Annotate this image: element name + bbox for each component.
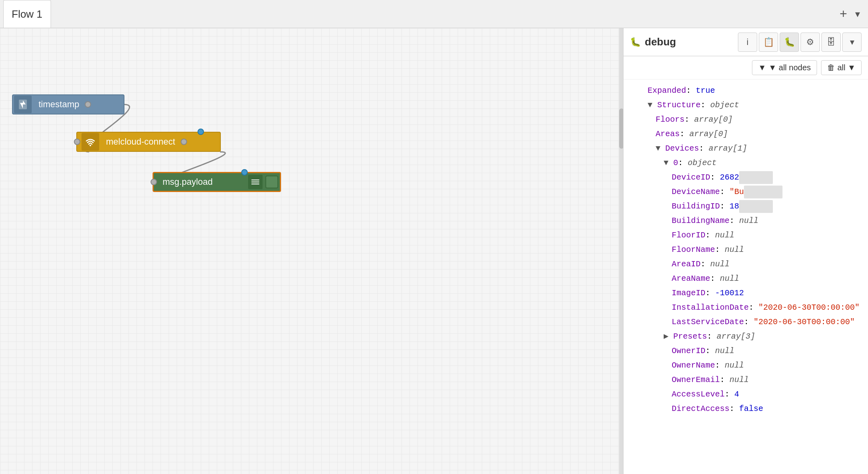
info-icon-btn[interactable]: i bbox=[738, 33, 757, 52]
filter-icon: ▼ bbox=[758, 63, 766, 72]
filter-nodes-label: ▼ all nodes bbox=[768, 63, 811, 72]
payload-label: msg.payload bbox=[157, 177, 218, 187]
debug-line: FloorName: null bbox=[623, 243, 868, 257]
debug-line: AreaID: null bbox=[623, 257, 868, 272]
canvas-scrollbar[interactable] bbox=[619, 28, 623, 474]
bug-icon-btn[interactable]: 🐛 bbox=[780, 33, 799, 52]
panel-icons: i 📋 🐛 ⚙ 🗄 ▾ bbox=[738, 33, 862, 52]
debug-line: LastServiceDate: "2020-06-30T00:00:00" bbox=[623, 315, 868, 329]
right-panel: 🐛 debug i 📋 🐛 ⚙ 🗄 ▾ ▼ ▼ all nodes 🗑 all … bbox=[623, 28, 868, 474]
canvas-scrollbar-thumb[interactable] bbox=[619, 108, 623, 149]
debug-line: BuildingName: null bbox=[623, 214, 868, 228]
tab-flow1[interactable]: Flow 1 bbox=[3, 0, 51, 28]
debug-line: DirectAccess: false bbox=[623, 402, 868, 416]
clipboard-icon-btn[interactable]: 📋 bbox=[759, 33, 778, 52]
debug-line: InstallationDate: "2020-06-30T00:00:00" bbox=[623, 300, 868, 315]
debug-bug-icon: 🐛 bbox=[630, 37, 641, 47]
debug-line: AccessLevel: 4 bbox=[623, 387, 868, 402]
debug-line: AreaName: null bbox=[623, 272, 868, 286]
payload-input-port[interactable] bbox=[151, 179, 157, 185]
melcloud-icon bbox=[82, 133, 99, 151]
debug-line: ▼ 0: object bbox=[623, 156, 868, 170]
debug-content[interactable]: Expanded: true ▼ Structure: object Floor… bbox=[623, 80, 868, 474]
payload-status-dot bbox=[241, 169, 248, 176]
debug-line: ▼ Structure: object bbox=[623, 98, 868, 112]
filter-nodes-btn[interactable]: ▼ ▼ all nodes bbox=[752, 60, 817, 75]
settings-icon-btn[interactable]: ⚙ bbox=[801, 33, 820, 52]
debug-line: ▼ Devices: array[1] bbox=[623, 141, 868, 156]
melcloud-label: melcloud-connect bbox=[100, 137, 181, 147]
debug-line: ImageID: -10012 bbox=[623, 286, 868, 300]
debug-title-text: debug bbox=[645, 36, 676, 48]
melcloud-status-dot bbox=[198, 129, 204, 135]
flow-canvas[interactable]: timestamp melcloud-connect bbox=[0, 28, 623, 474]
debug-line: DeviceName: "BuXXXXXXXX bbox=[623, 185, 868, 199]
debug-line: ▶ Presets: array[3] bbox=[623, 329, 868, 344]
panel-header: 🐛 debug i 📋 🐛 ⚙ 🗄 ▾ bbox=[623, 28, 868, 56]
tab-actions: + ▾ bbox=[835, 5, 868, 23]
add-tab-button[interactable]: + bbox=[835, 5, 851, 23]
tab-bar: Flow 1 + ▾ bbox=[0, 0, 868, 28]
debug-line: DeviceID: 2682XXXXXXX bbox=[623, 170, 868, 185]
svg-point-1 bbox=[90, 145, 91, 146]
timestamp-label: timestamp bbox=[33, 99, 85, 110]
database-icon-btn[interactable]: 🗄 bbox=[821, 33, 841, 52]
filter-all-label: all ▼ bbox=[837, 63, 856, 72]
payload-green-square bbox=[265, 176, 278, 188]
debug-line: OwnerEmail: null bbox=[623, 373, 868, 387]
tab-label: Flow 1 bbox=[12, 8, 43, 20]
node-payload[interactable]: msg.payload bbox=[153, 172, 281, 192]
main-area: timestamp melcloud-connect bbox=[0, 28, 868, 474]
debug-line: BuildingID: 18XXXXXXX bbox=[623, 199, 868, 214]
node-timestamp[interactable]: timestamp bbox=[12, 94, 124, 114]
melcloud-output-port[interactable] bbox=[181, 139, 187, 145]
node-melcloud[interactable]: melcloud-connect bbox=[76, 132, 221, 152]
debug-line: FloorID: null bbox=[623, 228, 868, 243]
filter-bar: ▼ ▼ all nodes 🗑 all ▼ bbox=[623, 56, 868, 80]
melcloud-input-port[interactable] bbox=[74, 139, 80, 145]
payload-lines-icon bbox=[248, 175, 263, 189]
filter-all-btn[interactable]: 🗑 all ▼ bbox=[821, 60, 862, 75]
debug-line: OwnerName: null bbox=[623, 358, 868, 373]
timestamp-icon bbox=[14, 96, 32, 113]
panel-title: 🐛 debug bbox=[630, 36, 676, 48]
debug-line: Expanded: true bbox=[623, 84, 868, 98]
tab-chevron-button[interactable]: ▾ bbox=[855, 8, 860, 20]
trash-icon: 🗑 bbox=[827, 63, 835, 72]
debug-line: Areas: array[0] bbox=[623, 127, 868, 141]
panel-chevron-btn[interactable]: ▾ bbox=[842, 33, 862, 52]
timestamp-output-port[interactable] bbox=[85, 101, 91, 108]
debug-line: Floors: array[0] bbox=[623, 112, 868, 127]
debug-line: OwnerID: null bbox=[623, 344, 868, 358]
